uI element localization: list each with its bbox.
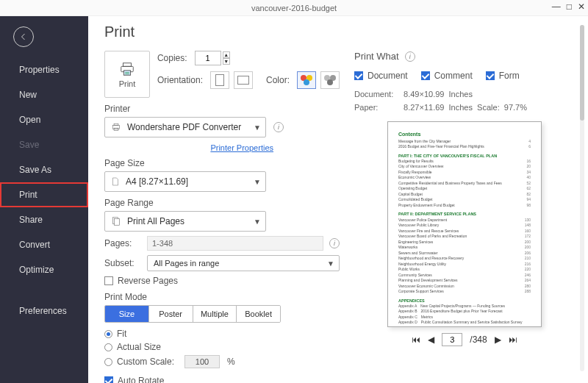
chevron-down-icon: ▼ xyxy=(327,259,334,268)
pager-last[interactable]: ⏭ xyxy=(509,334,517,345)
print-what-document[interactable]: Document xyxy=(354,71,408,81)
copies-label: Copies: xyxy=(157,53,187,63)
actual-size-radio[interactable]: Actual Size xyxy=(104,342,340,352)
print-mode-section-label: Print Mode xyxy=(104,292,340,302)
svg-rect-6 xyxy=(114,124,118,125)
copies-up[interactable]: ▲ xyxy=(223,51,230,58)
sidebar-item-optimize[interactable]: Optimize xyxy=(0,257,88,282)
subset-selected: All Pages in range xyxy=(154,259,219,268)
back-button[interactable] xyxy=(13,26,34,47)
print-what-title: Print What xyxy=(354,51,399,62)
svg-rect-2 xyxy=(123,70,130,74)
sidebar-item-open[interactable]: Open xyxy=(0,107,88,132)
chevron-down-icon: ▼ xyxy=(254,124,261,132)
pager-prev[interactable]: ◀ xyxy=(428,334,434,345)
orientation-landscape[interactable] xyxy=(234,71,253,89)
sidebar: PropertiesNewOpenSaveSave AsPrintShareCo… xyxy=(0,16,88,383)
svg-rect-0 xyxy=(123,62,131,66)
custom-scale-value: 100 xyxy=(184,355,220,368)
print-mode-tab-booklet[interactable]: Booklet xyxy=(237,306,280,322)
subset-select[interactable]: All Pages in range ▼ xyxy=(147,255,340,271)
print-what-form[interactable]: Form xyxy=(486,71,520,81)
page-size-selected: A4 [8.27×11.69] xyxy=(126,176,188,187)
printer-selected: Wondershare PDF Converter xyxy=(127,122,241,132)
color-mode-gray[interactable] xyxy=(320,71,340,89)
print-what-comment[interactable]: Comment xyxy=(421,71,473,81)
vertical-scrollbar[interactable] xyxy=(578,16,587,380)
chevron-down-icon: ▼ xyxy=(254,178,261,186)
sidebar-item-convert[interactable]: Convert xyxy=(0,232,88,257)
pager-total: /348 xyxy=(470,334,487,345)
minimize-button[interactable]: — xyxy=(552,1,561,12)
print-mode-tab-poster[interactable]: Poster xyxy=(149,306,193,322)
chevron-down-icon: ▼ xyxy=(254,218,261,226)
orientation-label: Orientation: xyxy=(157,75,203,85)
sidebar-item-properties[interactable]: Properties xyxy=(0,57,88,82)
color-label: Color: xyxy=(266,75,290,85)
print-action-tile[interactable]: Print xyxy=(104,51,150,98)
pager-first[interactable]: ⏮ xyxy=(412,334,420,345)
pages-label: Pages: xyxy=(104,238,141,248)
pager-current-input[interactable] xyxy=(442,333,462,346)
sidebar-item-print[interactable]: Print xyxy=(0,182,88,207)
svg-rect-9 xyxy=(115,219,120,226)
sidebar-item-new[interactable]: New xyxy=(0,82,88,107)
sidebar-item-save: Save xyxy=(0,132,88,157)
page-preview: ContentsMessage from the City Manager420… xyxy=(387,121,542,327)
page-range-selected: Print All Pages xyxy=(127,216,184,226)
pages-icon xyxy=(111,216,121,226)
page-icon xyxy=(111,176,120,187)
page-range-select[interactable]: Print All Pages ▼ xyxy=(104,211,266,232)
preview-pager: ⏮ ◀ /348 ▶ ⏭ xyxy=(354,333,575,346)
pager-next[interactable]: ▶ xyxy=(495,334,501,345)
color-mode-color[interactable] xyxy=(297,71,316,89)
close-button[interactable]: ✕ xyxy=(578,1,585,12)
info-icon[interactable]: i xyxy=(329,238,340,248)
sidebar-item-share[interactable]: Share xyxy=(0,207,88,232)
auto-rotate-checkbox[interactable]: Auto Rotate xyxy=(104,376,340,383)
fit-radio[interactable]: Fit xyxy=(104,329,340,339)
copies-input[interactable] xyxy=(195,51,221,65)
custom-scale-radio[interactable]: Custom Scale: 100 % xyxy=(104,355,340,368)
subset-label: Subset: xyxy=(104,258,141,268)
page-range-section-label: Page Range xyxy=(104,198,340,208)
titlebar: vancouver-2016-budget — □ ✕ xyxy=(0,0,588,16)
pages-value: 1-348 xyxy=(147,236,323,251)
svg-rect-5 xyxy=(112,126,119,129)
printer-properties-link[interactable]: Printer Properties xyxy=(104,143,273,152)
copies-stepper[interactable]: ▲▼ xyxy=(195,51,230,65)
printer-select[interactable]: Wondershare PDF Converter ▼ xyxy=(104,117,266,137)
svg-rect-7 xyxy=(114,128,118,131)
info-icon[interactable]: i xyxy=(405,51,415,62)
page-size-select[interactable]: A4 [8.27×11.69] ▼ xyxy=(104,171,266,192)
window-title: vancouver-2016-budget xyxy=(251,4,337,12)
printer-icon xyxy=(111,122,121,132)
print-tile-label: Print xyxy=(119,79,136,88)
sidebar-item-save-as[interactable]: Save As xyxy=(0,157,88,182)
sidebar-item-preferences[interactable]: Preferences xyxy=(0,298,88,323)
printer-section-label: Printer xyxy=(104,104,340,114)
print-mode-tab-multiple[interactable]: Multiple xyxy=(193,306,237,322)
print-mode-tabs: SizePosterMultipleBooklet xyxy=(104,305,281,323)
print-mode-tab-size[interactable]: Size xyxy=(105,306,149,322)
printer-icon xyxy=(118,61,137,77)
dimensions-readout: Document: 8.49×10.99 Inches Paper: 8.27×… xyxy=(354,88,575,114)
maximize-button[interactable]: □ xyxy=(567,1,572,12)
page-title: Print xyxy=(104,24,575,40)
main-panel: Print Print Copies: ▲▼ xyxy=(88,16,588,383)
copies-down[interactable]: ▼ xyxy=(223,58,230,65)
orientation-portrait[interactable] xyxy=(210,71,229,89)
page-size-section-label: Page Size xyxy=(104,158,340,168)
reverse-pages-checkbox[interactable]: Reverse Pages xyxy=(104,276,340,286)
info-icon[interactable]: i xyxy=(273,122,284,132)
